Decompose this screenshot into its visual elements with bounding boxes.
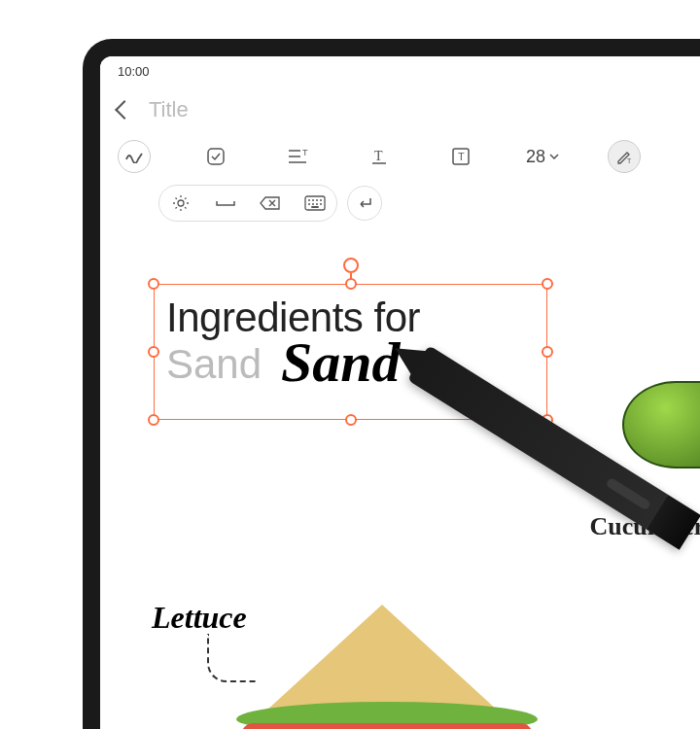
keyboard-button[interactable]: [301, 190, 329, 217]
space-button[interactable]: [212, 190, 239, 217]
text-box-button[interactable]: T: [444, 140, 477, 173]
status-bar: 10:00: [100, 56, 700, 87]
cucumber-drawing: [622, 381, 700, 469]
svg-point-16: [308, 203, 310, 205]
chevron-down-icon: [549, 154, 559, 159]
enter-button[interactable]: [347, 186, 382, 221]
svg-text:T: T: [302, 148, 308, 157]
svg-point-10: [178, 200, 184, 206]
status-time: 10:00: [118, 64, 150, 79]
svg-text:T: T: [458, 151, 465, 162]
svg-text:T: T: [627, 157, 632, 164]
note-canvas[interactable]: Ingredients for Sand Sand Cucumber Lettu…: [100, 226, 700, 729]
text-box-line2: Sand Sand: [155, 341, 546, 388]
backspace-button[interactable]: [257, 190, 284, 217]
svg-point-18: [316, 203, 318, 205]
font-size-selector[interactable]: 28: [526, 147, 559, 167]
settings-button[interactable]: [167, 190, 194, 217]
formatting-toolbar: T T T 28 T: [100, 132, 700, 181]
tomato-shape: [241, 723, 533, 729]
tablet-device-frame: 10:00 Title T T T 28: [83, 39, 700, 729]
svg-rect-20: [311, 206, 319, 208]
resize-handle-bl[interactable]: [148, 414, 159, 426]
back-icon[interactable]: [115, 100, 134, 120]
sandwich-drawing: [207, 605, 577, 729]
svg-point-19: [320, 203, 322, 205]
svg-point-12: [308, 199, 310, 201]
handwriting-tools-group: [158, 185, 337, 222]
title-bar: Title: [100, 87, 700, 132]
text-style-button[interactable]: T: [363, 140, 396, 173]
bread-shape: [265, 605, 499, 712]
resize-handle-bm[interactable]: [345, 414, 357, 426]
converted-preview-text: Sand: [166, 341, 262, 387]
checkbox-tool-button[interactable]: [199, 140, 232, 173]
handwriting-toolbar: [100, 181, 700, 226]
svg-point-15: [320, 199, 322, 201]
svg-point-14: [316, 199, 318, 201]
svg-point-13: [312, 199, 314, 201]
resize-handle-tm[interactable]: [345, 278, 357, 290]
font-size-value: 28: [526, 147, 545, 167]
svg-text:T: T: [374, 149, 383, 163]
svg-point-17: [312, 203, 314, 205]
app-screen: 10:00 Title T T T 28: [100, 56, 700, 729]
pen-to-text-button[interactable]: T: [608, 140, 641, 173]
rotate-handle[interactable]: [343, 258, 359, 273]
svg-rect-0: [208, 149, 224, 164]
handwriting-mode-button[interactable]: [118, 140, 151, 173]
resize-handle-tl[interactable]: [148, 278, 159, 290]
resize-handle-tr[interactable]: [542, 278, 553, 290]
handwritten-ink: Sand: [281, 330, 401, 395]
note-title-input[interactable]: Title: [149, 97, 189, 122]
indent-text-button[interactable]: T: [281, 140, 314, 173]
